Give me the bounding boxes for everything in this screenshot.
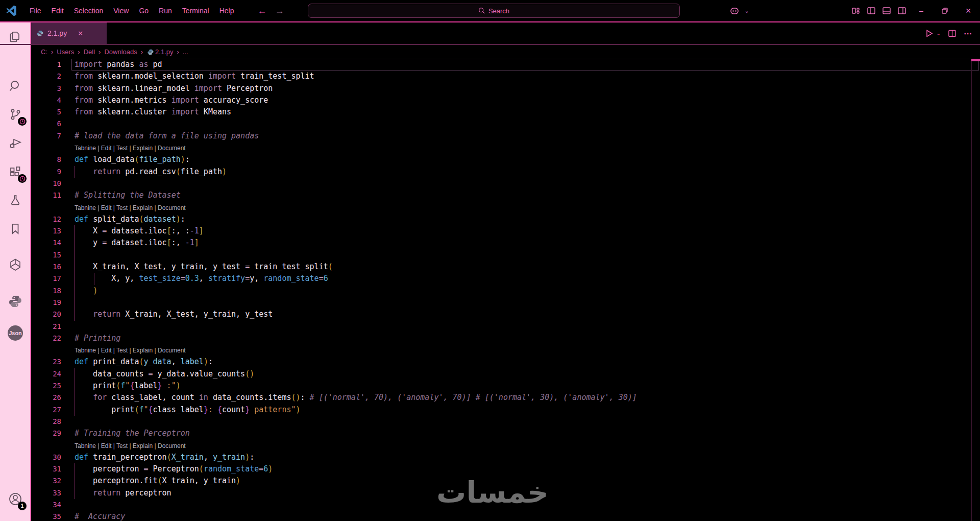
code-line[interactable]: 34 (31, 499, 980, 511)
code-line[interactable]: 11# Splitting the Dataset (31, 190, 980, 201)
menu-view[interactable]: View (108, 0, 134, 21)
sidebar-item-package[interactable] (0, 252, 30, 277)
code-line[interactable]: 4from sklearn.metrics import accuracy_sc… (31, 94, 980, 106)
chevron-right-icon: › (51, 48, 53, 56)
more-actions-button[interactable]: ⋯ (964, 29, 973, 38)
code-line[interactable]: 19 (31, 297, 980, 309)
copilot-icon[interactable] (727, 0, 742, 21)
sidebar-item-json[interactable]: Json (0, 321, 30, 345)
code-line[interactable]: 21 (31, 321, 980, 333)
tab-file[interactable]: 2.1.py ✕ (31, 22, 107, 44)
breadcrumb-item[interactable]: Downloads (104, 48, 137, 56)
code-line[interactable]: 9 return pd.read_csv(file_path) (31, 166, 980, 178)
toggle-secondary-sidebar-icon[interactable] (894, 0, 910, 21)
sidebar-item-bookmarks[interactable] (0, 217, 30, 241)
codelens[interactable]: Tabnine | Edit | Test | Explain | Docume… (31, 202, 980, 214)
code-line[interactable]: 23def print_data(y_data, label): (31, 356, 980, 368)
sidebar-item-extensions[interactable] (0, 159, 30, 184)
line-number: 16 (31, 261, 61, 273)
code-line[interactable]: 15 (31, 249, 980, 261)
codelens[interactable]: Tabnine | Edit | Test | Explain | Docume… (31, 344, 980, 356)
line-number: 22 (31, 333, 61, 344)
settings-button[interactable] (0, 515, 30, 521)
code-line[interactable]: 26 for class_label, count in data_counts… (31, 392, 980, 404)
menu-terminal[interactable]: Terminal (177, 0, 214, 21)
split-editor-button[interactable] (948, 29, 957, 38)
line-number: 5 (31, 106, 61, 118)
account-button[interactable]: 1 (0, 487, 30, 511)
toggle-panel-icon[interactable] (879, 0, 894, 21)
sidebar-item-run-debug[interactable] (0, 131, 30, 155)
codelens[interactable]: Tabnine | Edit | Test | Explain | Docume… (31, 142, 980, 154)
code-line[interactable]: 30def train_perceptron(X_train, y_train)… (31, 452, 980, 463)
code-line[interactable]: 17 X, y, test_size=0.3, stratify=y, rand… (31, 273, 980, 285)
menu-go[interactable]: Go (134, 0, 154, 21)
extensions-clock-badge (18, 174, 27, 183)
line-number: 9 (31, 166, 61, 178)
code-line[interactable]: 14 y = dataset.iloc[:, -1] (31, 237, 980, 249)
code-line[interactable]: 35# Accuracy (31, 511, 980, 521)
menu-file[interactable]: File (24, 0, 46, 21)
breadcrumb-item[interactable]: Users (57, 48, 74, 56)
code-line[interactable]: 2from sklearn.model_selection import tra… (31, 70, 980, 82)
tab-close-icon[interactable]: ✕ (78, 30, 83, 37)
code-line[interactable]: 1import pandas as pd (31, 59, 980, 70)
code-line[interactable]: 13 X = dataset.iloc[:, :-1] (31, 225, 980, 237)
toggle-primary-sidebar-icon[interactable] (864, 0, 879, 21)
code-line[interactable]: 10 (31, 178, 980, 190)
copilot-chevron-down-icon[interactable]: ⌄ (742, 0, 751, 21)
breadcrumb-file[interactable]: 2.1.py (155, 48, 173, 56)
code-editor[interactable]: خمسات 1import pandas as pd2from sklearn.… (31, 59, 980, 521)
source-control-clock-badge (18, 117, 27, 126)
code-line[interactable]: 33 return perceptron (31, 487, 980, 499)
line-number: 28 (31, 416, 61, 428)
code-line[interactable]: 27 print(f"{class_label}: {count} patter… (31, 404, 980, 416)
line-number: 26 (31, 392, 61, 404)
code-line[interactable]: 32 perceptron.fit(X_train, y_train) (31, 475, 980, 487)
code-line[interactable]: 5from sklearn.cluster import KMeans (31, 106, 980, 118)
sidebar-item-explorer[interactable] (0, 25, 30, 49)
breadcrumb-item[interactable]: Dell (84, 48, 95, 56)
line-number: 23 (31, 356, 61, 368)
code-line[interactable]: 8def load_data(file_path): (31, 154, 980, 165)
code-line[interactable]: 22# Printing (31, 333, 980, 344)
run-button[interactable] (925, 29, 934, 38)
code-line[interactable]: 7# load the data form a file using panda… (31, 130, 980, 142)
restore-button[interactable] (933, 0, 957, 21)
code-line[interactable]: 24 data_counts = y_data.value_counts() (31, 368, 980, 380)
close-button[interactable]: ✕ (957, 0, 980, 21)
sidebar-item-python[interactable] (0, 289, 30, 314)
line-number: 7 (31, 130, 61, 142)
breadcrumb-item[interactable]: C: (41, 48, 47, 56)
breadcrumb-symbol-tail[interactable]: ... (183, 48, 188, 56)
code-line[interactable]: 31 perceptron = Perceptron(random_state=… (31, 463, 980, 475)
sidebar-item-search[interactable] (0, 74, 30, 98)
line-number: 20 (31, 309, 61, 320)
sidebar-item-source-control[interactable] (0, 102, 30, 127)
line-number: 1 (31, 59, 61, 70)
code-line[interactable]: 6 (31, 118, 980, 130)
code-line[interactable]: 3from sklearn.linear_model import Percep… (31, 83, 980, 94)
menu-run[interactable]: Run (154, 0, 177, 21)
code-line[interactable]: 20 return X_train, X_test, y_train, y_te… (31, 309, 980, 320)
nav-forward-icon[interactable]: → (275, 6, 284, 16)
code-line[interactable]: 16 X_train, X_test, y_train, y_test = tr… (31, 261, 980, 273)
search-box[interactable]: Search (308, 4, 680, 18)
breadcrumb[interactable]: C:›Users›Dell›Downloads› 2.1.py›... (31, 45, 980, 59)
code-line[interactable]: 12def split_data(dataset): (31, 214, 980, 225)
line-number: 10 (31, 178, 61, 190)
account-badge: 1 (18, 502, 27, 510)
minimize-button[interactable]: – (910, 0, 933, 21)
codelens[interactable]: Tabnine | Edit | Test | Explain | Docume… (31, 440, 980, 452)
code-line[interactable]: 28 (31, 416, 980, 428)
menu-selection[interactable]: Selection (69, 0, 109, 21)
sidebar-item-testing[interactable] (0, 188, 30, 212)
code-line[interactable]: 18 ) (31, 285, 980, 297)
code-line[interactable]: 25 print(f"{label} :") (31, 380, 980, 392)
nav-back-icon[interactable]: ← (257, 6, 266, 16)
menu-edit[interactable]: Edit (46, 0, 69, 21)
customize-layout-icon[interactable] (848, 0, 864, 21)
run-dropdown-icon[interactable]: ⌄ (937, 31, 941, 36)
code-line[interactable]: 29# Training the Perceptron (31, 428, 980, 439)
menu-help[interactable]: Help (214, 0, 239, 21)
